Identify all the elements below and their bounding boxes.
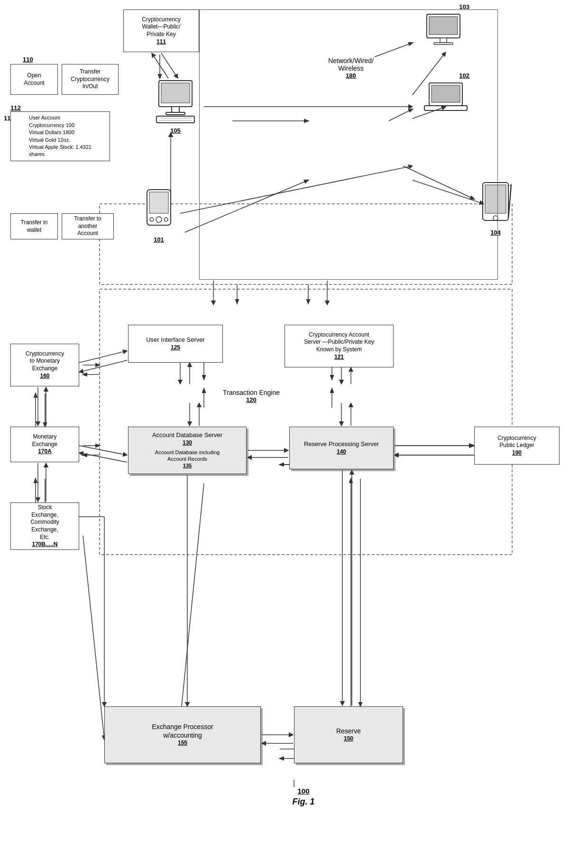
stock-exchange-ref: 170B.....N (32, 541, 57, 548)
wallet-box: Cryptocurrency Wallet—Public/ Private Ke… (123, 9, 199, 52)
transaction-engine-ref: 120 (180, 396, 322, 403)
exchange-processor-ref: 155 (178, 740, 187, 747)
svg-line-59 (161, 53, 178, 78)
crypto-public-ledger-label: Cryptocurrency Public Ledger (497, 435, 536, 449)
user-account-ref112: 112 (10, 104, 21, 111)
svg-line-29 (83, 536, 104, 740)
diagram-container: Cryptocurrency Wallet—Public/ Private Ke… (0, 0, 588, 868)
svg-line-81 (79, 351, 127, 363)
transfer-account-label: Transfer to another Account (74, 215, 101, 238)
reserve-processing-box: Reserve Processing Server 140 (289, 427, 394, 469)
svg-rect-36 (166, 112, 185, 115)
stock-exchange-label: Stock Exchange, Commodity Exchange, Etc. (30, 504, 59, 541)
svg-rect-41 (149, 192, 168, 213)
monetary-exchange-ref: 170A (38, 448, 52, 456)
crypto-public-ledger-box: Cryptocurrency Public Ledger 190 (474, 427, 560, 465)
monetary-exchange-label: Monetary Exchange (32, 433, 57, 448)
transfer-crypto-label: Transfer Cryptocurrency In/Out (71, 68, 109, 91)
svg-point-43 (150, 218, 154, 221)
svg-line-82 (79, 360, 127, 372)
figure-ref: 100 (266, 787, 341, 795)
crypto-public-ledger-ref: 190 (512, 449, 522, 457)
svg-line-86 (79, 453, 127, 462)
account-db-sublabel: Account Database including Account Recor… (155, 449, 220, 463)
svg-point-44 (164, 218, 168, 221)
crypto-account-server-ref: 121 (334, 354, 344, 361)
reserve-box: Reserve 150 (294, 706, 403, 763)
svg-line-60 (152, 53, 168, 78)
svg-rect-37 (156, 116, 194, 123)
crypto-account-server-box: Cryptocurrency Account Server —Public/Pr… (285, 325, 394, 367)
crypto-account-server-label: Cryptocurrency Account Server —Public/Pr… (304, 331, 374, 354)
server105-ref: 105 (152, 127, 199, 134)
open-account-label: Open Account (24, 72, 44, 87)
open-account-box: Open Account (10, 64, 58, 95)
reserve-label: Reserve (336, 727, 361, 735)
reserve-processing-ref: 140 (337, 448, 346, 456)
figure-title: Fig. 1 (266, 797, 341, 807)
ui-server-ref: 125 (171, 344, 180, 352)
ui-server-label: User Interface Server (146, 336, 205, 344)
server105-icon (152, 78, 199, 126)
account-db-server-label: Account Database Server (152, 431, 222, 439)
figure-number-label: 100 Fig. 1 (266, 787, 341, 807)
transaction-engine-label: Transaction Engine 120 (180, 389, 322, 403)
group110-label: 110 (23, 56, 33, 63)
svg-rect-34 (161, 83, 190, 103)
account-db-server-ref: 130 (183, 439, 192, 447)
crypto-exchange-ref: 160 (40, 373, 49, 380)
svg-line-32 (180, 484, 204, 721)
ui-server-box: User Interface Server 125 (128, 325, 223, 363)
transfer-account-box: Transfer to another Account (62, 213, 114, 239)
user-account-content: User Account Cryptocurrency 100 Virtual … (29, 114, 92, 158)
crypto-exchange-label: Cryptocurrency to Monetary Exchange (26, 350, 64, 373)
monetary-exchange-box: Monetary Exchange 170A (10, 427, 79, 462)
transfer-crypto-box: Transfer Cryptocurrency In/Out (62, 64, 119, 95)
user-account-box: User Account Cryptocurrency 100 Virtual … (10, 111, 110, 161)
svg-rect-35 (172, 107, 179, 112)
stock-exchange-box: Stock Exchange, Commodity Exchange, Etc.… (10, 503, 79, 550)
server105-container: 105 (152, 78, 199, 134)
svg-point-42 (156, 217, 162, 222)
crypto-exchange-box: Cryptocurrency to Monetary Exchange 160 (10, 344, 79, 386)
device101-ref: 101 (142, 236, 175, 243)
device101-icon (142, 187, 175, 235)
network-border (199, 9, 498, 280)
exchange-processor-label: Exchange Processor w/accounting (152, 722, 213, 740)
reserve-ref: 150 (344, 735, 353, 743)
exchange-processor-box: Exchange Processor w/accounting 155 (104, 706, 261, 763)
wallet-label: Cryptocurrency Wallet—Public/ Private Ke… (142, 16, 180, 38)
transaction-engine-text: Transaction Engine (223, 389, 280, 396)
account-db-server-box: Account Database Server 130 Account Data… (128, 427, 247, 474)
svg-line-85 (79, 446, 127, 455)
reserve-processing-label: Reserve Processing Server (304, 440, 379, 448)
account-db-subref: 135 (183, 462, 192, 469)
wallet-ref: 111 (156, 38, 166, 46)
transfer-wallet-box: Transfer in wallet (10, 213, 58, 239)
transfer-wallet-label: Transfer in wallet (21, 219, 48, 234)
device101-container: 101 (142, 187, 175, 243)
